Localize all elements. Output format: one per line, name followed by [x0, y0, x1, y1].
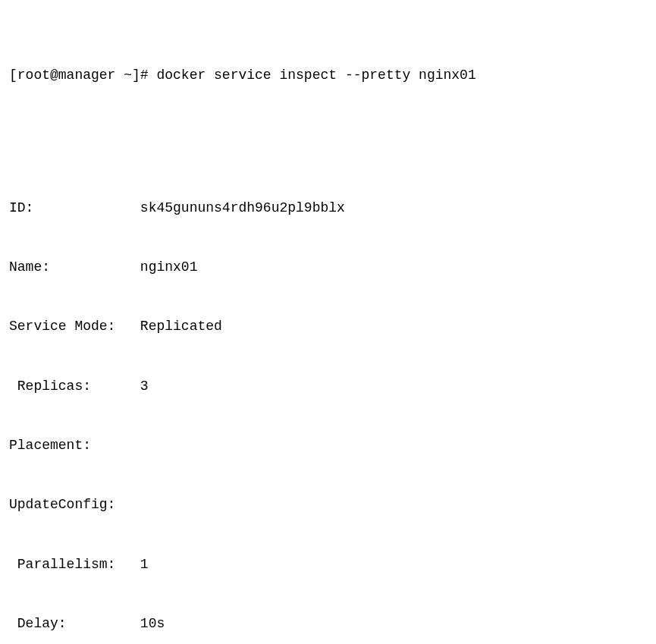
value: sk45gununs4rdh96u2pl9bblx	[140, 200, 345, 215]
output-uc-delay: Delay: 10s	[9, 614, 647, 633]
output-replicas: Replicas: 3	[9, 376, 647, 396]
command-line-1: [root@manager ~]# docker service inspect…	[9, 65, 647, 85]
label: Service Mode:	[9, 319, 140, 334]
output-placement: Placement:	[9, 435, 647, 455]
output-service-mode: Service Mode: Replicated	[9, 316, 647, 336]
command-output: ID: sk45gununs4rdh96u2pl9bblx Name: ngin…	[9, 159, 647, 644]
label: Delay:	[9, 616, 140, 631]
value: Replicated	[140, 319, 222, 334]
label: Replicas:	[9, 379, 140, 394]
label: Placement:	[9, 438, 91, 453]
terminal-window[interactable]: [root@manager ~]# docker service inspect…	[9, 6, 647, 644]
value: 3	[140, 379, 149, 394]
label: UpdateConfig:	[9, 497, 115, 512]
output-name: Name: nginx01	[9, 257, 647, 277]
value: 1	[140, 557, 149, 572]
command-text: docker service inspect --pretty nginx01	[156, 68, 476, 83]
prompt-prefix: [root@manager ~]#	[9, 68, 156, 83]
output-updateconfig: UpdateConfig:	[9, 495, 647, 514]
label: Parallelism:	[9, 557, 140, 572]
label: ID:	[9, 200, 140, 215]
value: 10s	[140, 616, 165, 631]
output-id: ID: sk45gununs4rdh96u2pl9bblx	[9, 198, 647, 218]
label: Name:	[9, 259, 140, 275]
value: nginx01	[140, 259, 198, 275]
output-uc-parallelism: Parallelism: 1	[9, 554, 647, 574]
